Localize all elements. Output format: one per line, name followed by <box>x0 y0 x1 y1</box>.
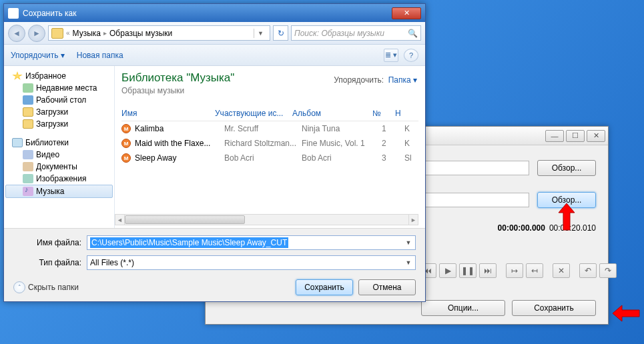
refresh-button[interactable]: ↻ <box>273 25 288 41</box>
scroll-right-icon[interactable]: ► <box>408 215 418 225</box>
tree-images[interactable]: Изображения <box>5 173 113 185</box>
pause-icon[interactable]: ❚❚ <box>459 263 476 278</box>
maximize-button[interactable]: ☐ <box>566 130 585 142</box>
scroll-thumb[interactable] <box>125 215 245 224</box>
annotation-arrow-save <box>611 303 641 323</box>
folder-icon <box>51 28 63 39</box>
library-subtitle: Образцы музыки <box>121 86 418 95</box>
filetype-label: Тип файла: <box>13 258 87 267</box>
tree-recent[interactable]: Недавние места <box>5 82 113 94</box>
redo-icon[interactable]: ↷ <box>599 263 617 278</box>
close-button[interactable]: ✕ <box>587 130 605 142</box>
scroll-left-icon[interactable]: ◄ <box>115 215 125 225</box>
breadcrumb-1[interactable]: Музыка <box>73 29 101 38</box>
chevron-right-icon: ▸ <box>103 29 107 37</box>
time-range: 00:00:00.000 00:00:20.010 <box>432 223 596 233</box>
time-start: 00:00:00.000 <box>498 223 545 233</box>
dialog-save-button[interactable]: Сохранить <box>296 279 353 295</box>
minimize-button[interactable]: — <box>545 130 564 142</box>
file-list-pane: Библиотека "Музыка" Образцы музыки Упоря… <box>115 66 425 228</box>
navigation-bar: ◄ ► « Музыка ▸ Образцы музыки ▼ ↻ Поиск:… <box>4 22 425 45</box>
newfolder-button[interactable]: Новая папка <box>77 51 123 60</box>
view-mode-button[interactable]: ≣ ▾ <box>384 49 398 62</box>
chevron-down-icon[interactable]: ▼ <box>403 237 414 248</box>
nav-forward-button[interactable]: ► <box>28 25 45 42</box>
search-input[interactable]: Поиск: Образцы музыки 🔍 <box>291 25 421 41</box>
time-end: 00:00:20.010 <box>549 223 596 233</box>
dest-file-input[interactable] <box>419 193 529 207</box>
breadcrumb-2[interactable]: Образцы музыки <box>109 29 172 38</box>
breadcrumb-sep: « <box>66 29 70 37</box>
play-icon[interactable]: ▶ <box>439 263 456 278</box>
music-file-icon: M <box>121 153 131 163</box>
tree-downloads2[interactable]: Загрузки <box>5 118 113 130</box>
file-row[interactable]: M Sleep Away Bob Acri Bob Acri 3 Sl <box>121 151 418 165</box>
toolbar: Упорядочить ▾ Новая папка ≣ ▾ ? <box>4 45 425 66</box>
tree-documents[interactable]: Документы <box>5 161 113 173</box>
delete-icon[interactable]: ✕ <box>553 263 570 278</box>
hide-folders-toggle[interactable]: ˄ Скрыть папки <box>13 281 79 293</box>
search-icon: 🔍 <box>408 29 418 38</box>
filetype-select[interactable]: All Files (*.*) ▼ <box>87 255 416 270</box>
transport-toolbar: ⏮ ▶ ❚❚ ⏭ ↦ ↤ ✕ ↶ ↷ <box>419 263 617 278</box>
dialog-close-button[interactable]: ✕ <box>392 7 421 19</box>
file-row[interactable]: M Maid with the Flaxe... Richard Stoltzm… <box>121 136 418 151</box>
music-file-icon: M <box>121 124 131 133</box>
undo-icon[interactable]: ↶ <box>579 263 597 278</box>
colалt: Н <box>395 109 408 118</box>
chevron-down-icon[interactable]: ▼ <box>403 257 414 268</box>
source-file-input[interactable] <box>419 161 529 175</box>
col-artist: Участвующие ис... <box>215 109 292 118</box>
tree-video[interactable]: Видео <box>5 149 113 161</box>
tree-libraries[interactable]: Библиотеки <box>5 137 113 149</box>
dialog-icon <box>8 8 19 19</box>
address-dropdown[interactable]: ▼ <box>254 29 267 38</box>
filename-input[interactable]: C:\Users\Public\Music\Sample Music\Sleep… <box>87 235 416 250</box>
dialog-titlebar: Сохранить как ✕ <box>4 4 425 22</box>
music-file-icon: M <box>121 139 131 148</box>
tree-music[interactable]: Музыка <box>5 185 113 198</box>
col-name: Имя <box>121 109 215 118</box>
dialog-footer: Имя файла: C:\Users\Public\Music\Sample … <box>4 228 425 301</box>
address-bar[interactable]: « Музыка ▸ Образцы музыки ▼ <box>48 25 270 41</box>
chevron-up-icon: ˄ <box>13 281 25 293</box>
file-row[interactable]: M Kalimba Mr. Scruff Ninja Tuna 1 K <box>121 121 418 136</box>
horizontal-scrollbar[interactable]: ◄ ► <box>115 214 418 225</box>
column-headers[interactable]: Имя Участвующие ис... Альбом № Н <box>121 109 418 121</box>
tree-downloads[interactable]: Загрузки <box>5 106 113 118</box>
browse-dest-button[interactable]: Обзор... <box>537 192 596 208</box>
mark-start-icon[interactable]: ↦ <box>506 263 523 278</box>
search-placeholder: Поиск: Образцы музыки <box>294 29 384 38</box>
tree-desktop[interactable]: Рабочий стол <box>5 94 113 106</box>
save-as-dialog: Сохранить как ✕ ◄ ► « Музыка ▸ Образцы м… <box>3 3 426 302</box>
tree-favorites[interactable]: Избранное <box>5 70 113 82</box>
mark-end-icon[interactable]: ↤ <box>526 263 543 278</box>
nav-back-button[interactable]: ◄ <box>8 25 25 42</box>
help-button[interactable]: ? <box>404 49 418 62</box>
save-button[interactable]: Сохранить <box>512 300 596 316</box>
nav-tree: Избранное Недавние места Рабочий стол За… <box>4 66 115 228</box>
dialog-title: Сохранить как <box>23 9 76 18</box>
browse-source-button[interactable]: Обзор... <box>537 160 596 176</box>
arrange-control[interactable]: Упорядочить: Папка ▾ <box>334 75 417 85</box>
col-album: Альбом <box>292 109 372 118</box>
skip-next-icon[interactable]: ⏭ <box>479 263 497 278</box>
filename-label: Имя файла: <box>13 238 87 247</box>
organize-menu[interactable]: Упорядочить ▾ <box>11 51 65 60</box>
options-button[interactable]: Опции... <box>421 300 505 316</box>
dialog-cancel-button[interactable]: Отмена <box>358 279 416 295</box>
col-number: № <box>372 109 395 118</box>
